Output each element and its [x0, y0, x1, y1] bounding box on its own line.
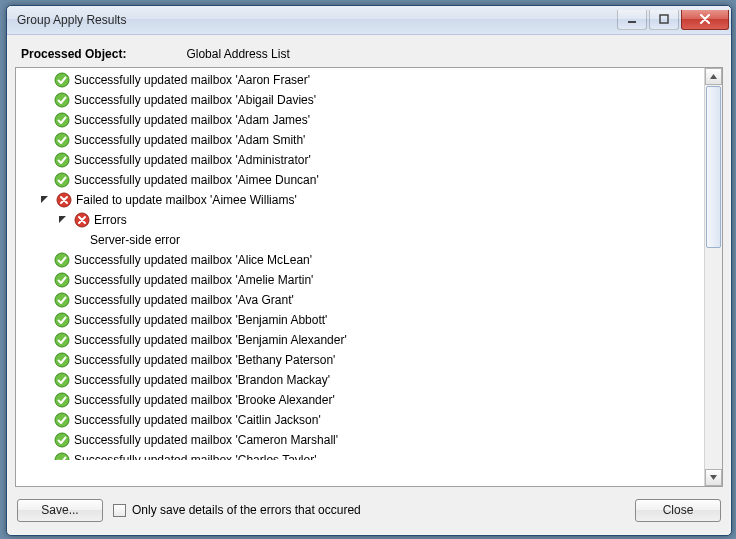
result-row[interactable]: Successfully updated mailbox 'Benjamin A… [18, 330, 704, 350]
scroll-down-button[interactable] [705, 469, 722, 486]
result-row[interactable]: Successfully updated mailbox 'Bethany Pa… [18, 350, 704, 370]
result-row[interactable]: Successfully updated mailbox 'Alice McLe… [18, 250, 704, 270]
window-controls [617, 11, 729, 30]
svg-point-11 [55, 273, 69, 287]
success-icon [54, 432, 70, 448]
header-row: Processed Object: Global Address List [15, 43, 723, 67]
result-text: Successfully updated mailbox 'Aimee Dunc… [74, 170, 319, 190]
svg-point-15 [55, 353, 69, 367]
success-icon [54, 372, 70, 388]
checkbox-box[interactable] [113, 504, 126, 517]
result-text: Successfully updated mailbox 'Aaron Fras… [74, 70, 310, 90]
svg-point-7 [55, 173, 69, 187]
result-row-fail[interactable]: Failed to update mailbox 'Aimee Williams… [18, 190, 704, 210]
titlebar[interactable]: Group Apply Results [7, 6, 731, 35]
result-row[interactable]: Successfully updated mailbox 'Brandon Ma… [18, 370, 704, 390]
result-text: Successfully updated mailbox 'Administra… [74, 150, 311, 170]
success-icon [54, 452, 70, 460]
errors-label: Errors [94, 210, 127, 230]
svg-rect-0 [628, 21, 636, 23]
success-icon [54, 112, 70, 128]
dialog-window: Group Apply Results Processed Object: Gl… [6, 5, 732, 536]
result-row[interactable]: Successfully updated mailbox 'Brooke Ale… [18, 390, 704, 410]
scroll-up-button[interactable] [705, 68, 722, 85]
result-text: Successfully updated mailbox 'Brooke Ale… [74, 390, 335, 410]
result-text: Successfully updated mailbox 'Abigail Da… [74, 90, 316, 110]
success-icon [54, 172, 70, 188]
success-icon [54, 412, 70, 428]
error-icon [74, 212, 90, 228]
success-icon [54, 92, 70, 108]
success-icon [54, 332, 70, 348]
error-detail-row[interactable]: Server-side error [18, 230, 704, 250]
vertical-scrollbar[interactable] [704, 68, 722, 486]
result-row[interactable]: Successfully updated mailbox 'Amelie Mar… [18, 270, 704, 290]
success-icon [54, 312, 70, 328]
result-text: Successfully updated mailbox 'Adam James… [74, 110, 310, 130]
expander-icon[interactable] [38, 193, 52, 207]
svg-point-5 [55, 133, 69, 147]
result-text: Successfully updated mailbox 'Benjamin A… [74, 310, 327, 330]
footer: Save... Only save details of the errors … [15, 487, 723, 527]
result-text: Successfully updated mailbox 'Benjamin A… [74, 330, 347, 350]
result-text: Successfully updated mailbox 'Brandon Ma… [74, 370, 330, 390]
success-icon [54, 252, 70, 268]
success-icon [54, 132, 70, 148]
error-detail-text: Server-side error [90, 230, 180, 250]
success-icon [54, 392, 70, 408]
result-row[interactable]: Successfully updated mailbox 'Benjamin A… [18, 310, 704, 330]
processed-object-value: Global Address List [186, 47, 289, 61]
window-close-button[interactable] [681, 10, 729, 30]
maximize-button[interactable] [649, 10, 679, 30]
svg-point-17 [55, 393, 69, 407]
result-text: Successfully updated mailbox 'Bethany Pa… [74, 350, 335, 370]
svg-point-13 [55, 313, 69, 327]
svg-point-6 [55, 153, 69, 167]
client-area: Processed Object: Global Address List Su… [15, 43, 723, 527]
result-row[interactable]: Successfully updated mailbox 'Charles Ta… [18, 450, 704, 460]
svg-point-18 [55, 413, 69, 427]
svg-point-10 [55, 253, 69, 267]
errors-node[interactable]: Errors [18, 210, 704, 230]
svg-point-3 [55, 93, 69, 107]
svg-point-2 [55, 73, 69, 87]
success-icon [54, 292, 70, 308]
processed-object-label: Processed Object: [21, 47, 126, 61]
svg-point-4 [55, 113, 69, 127]
result-row[interactable]: Successfully updated mailbox 'Cameron Ma… [18, 430, 704, 450]
close-button[interactable]: Close [635, 499, 721, 522]
checkbox-label: Only save details of the errors that occ… [132, 503, 361, 517]
result-row[interactable]: Successfully updated mailbox 'Ava Grant' [18, 290, 704, 310]
minimize-button[interactable] [617, 10, 647, 30]
result-row[interactable]: Successfully updated mailbox 'Adam James… [18, 110, 704, 130]
result-text: Failed to update mailbox 'Aimee Williams… [76, 190, 297, 210]
svg-point-12 [55, 293, 69, 307]
window-title: Group Apply Results [7, 13, 617, 27]
success-icon [54, 352, 70, 368]
result-text: Successfully updated mailbox 'Amelie Mar… [74, 270, 313, 290]
expander-icon[interactable] [56, 213, 70, 227]
result-text: Successfully updated mailbox 'Charles Ta… [74, 450, 316, 460]
result-row[interactable]: Successfully updated mailbox 'Abigail Da… [18, 90, 704, 110]
result-row[interactable]: Successfully updated mailbox 'Adam Smith… [18, 130, 704, 150]
result-row[interactable]: Successfully updated mailbox 'Aimee Dunc… [18, 170, 704, 190]
result-text: Successfully updated mailbox 'Ava Grant' [74, 290, 294, 310]
result-row[interactable]: Successfully updated mailbox 'Administra… [18, 150, 704, 170]
result-text: Successfully updated mailbox 'Cameron Ma… [74, 430, 338, 450]
result-text: Successfully updated mailbox 'Adam Smith… [74, 130, 305, 150]
results-panel: Successfully updated mailbox 'Aaron Fras… [15, 67, 723, 487]
result-text: Successfully updated mailbox 'Caitlin Ja… [74, 410, 321, 430]
success-icon [54, 72, 70, 88]
results-tree[interactable]: Successfully updated mailbox 'Aaron Fras… [16, 68, 704, 486]
success-icon [54, 152, 70, 168]
svg-point-19 [55, 433, 69, 447]
svg-point-14 [55, 333, 69, 347]
error-icon [56, 192, 72, 208]
scrollbar-thumb[interactable] [706, 86, 721, 248]
result-row[interactable]: Successfully updated mailbox 'Caitlin Ja… [18, 410, 704, 430]
save-button[interactable]: Save... [17, 499, 103, 522]
errors-only-checkbox[interactable]: Only save details of the errors that occ… [113, 503, 361, 517]
svg-point-16 [55, 373, 69, 387]
result-row[interactable]: Successfully updated mailbox 'Aaron Fras… [18, 70, 704, 90]
svg-rect-1 [660, 15, 668, 23]
